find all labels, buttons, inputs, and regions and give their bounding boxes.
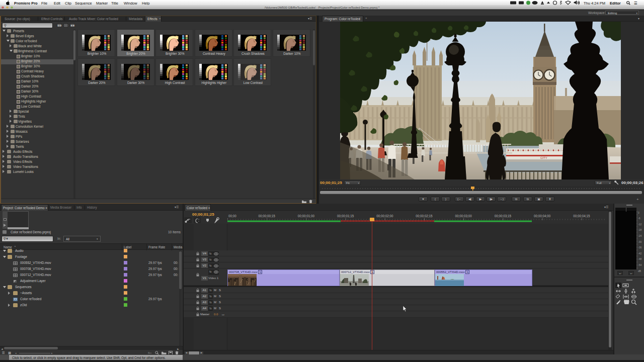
svg-text:00;00;04;15: 00;00;04;15 (573, 214, 590, 218)
svg-text:00;00;04;00: 00;00;04;00 (534, 214, 551, 218)
svg-text:00;00;03;15: 00;00;03;15 (495, 214, 512, 218)
svg-text:00;00;00;15: 00;00;00;15 (259, 214, 276, 218)
svg-text:00;00;01;15: 00;00;01;15 (337, 214, 354, 218)
svg-text:00;00;01;00: 00;00;01;00 (298, 214, 315, 218)
svg-text:00;00: 00;00 (228, 214, 236, 218)
svg-text:CITY: CITY (540, 156, 547, 159)
svg-text:00;00;03;00: 00;00;03;00 (455, 214, 472, 218)
svg-text:00;00;02;15: 00;00;02;15 (416, 214, 433, 218)
svg-text:00;00;02;00: 00;00;02;00 (376, 214, 393, 218)
